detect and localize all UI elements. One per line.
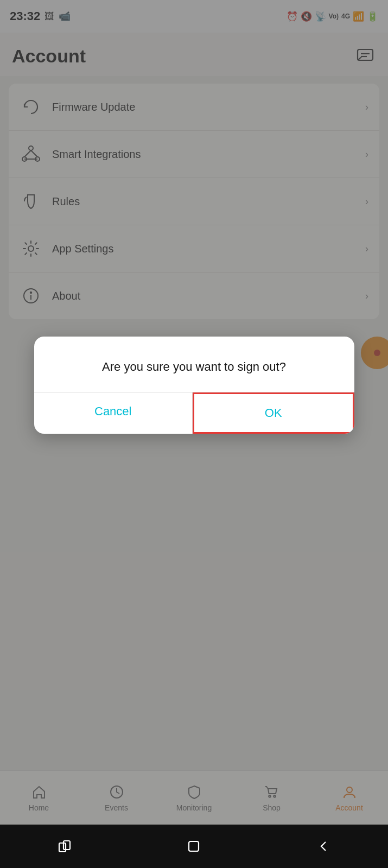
back-button[interactable] (307, 830, 340, 863)
ok-button[interactable]: OK (193, 392, 354, 434)
svg-rect-19 (189, 841, 199, 851)
dim-overlay (0, 0, 388, 868)
sign-out-dialog: Are you sure you want to sign out? Cance… (34, 337, 354, 434)
recent-apps-button[interactable] (48, 830, 81, 863)
dialog-buttons: Cancel OK (34, 392, 354, 434)
svg-rect-17 (59, 843, 66, 852)
android-nav-bar (0, 825, 388, 868)
dialog-message: Are you sure you want to sign out? (50, 358, 338, 376)
home-button[interactable] (177, 830, 210, 863)
svg-rect-18 (63, 841, 70, 850)
dialog-body: Are you sure you want to sign out? (34, 337, 354, 392)
cancel-button[interactable]: Cancel (34, 392, 193, 434)
